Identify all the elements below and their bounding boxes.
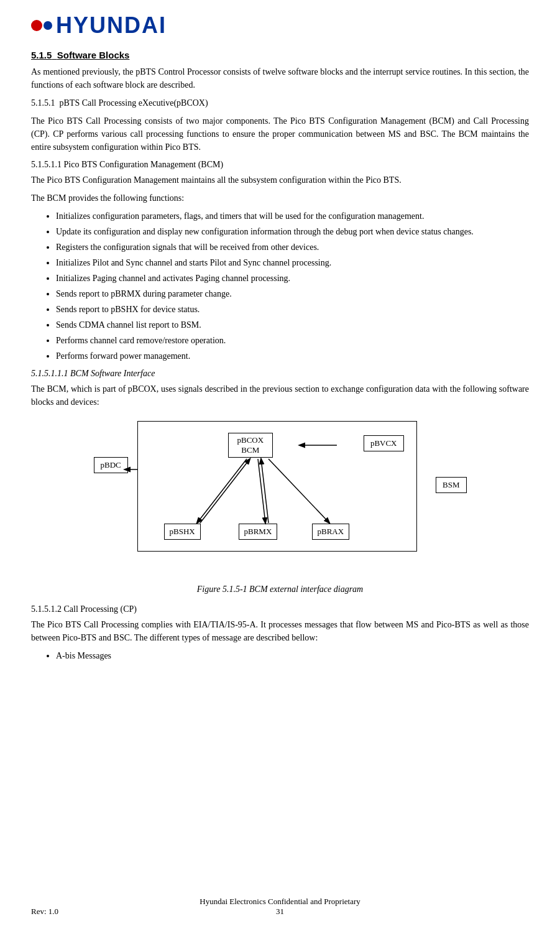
- logo-red-circle: [31, 20, 42, 31]
- logo-text: HYUNDAI: [56, 12, 167, 39]
- svg-line-2: [200, 459, 250, 523]
- pbdc-block: pBDC: [94, 457, 128, 473]
- bsm-block: BSM: [436, 477, 466, 493]
- diagram-arrows: [138, 422, 416, 551]
- diagram-wrapper: pBDC BSM pBCOX BCM pBVCX pBSHX pBRMX: [94, 415, 467, 576]
- subsection-1-1-1-body: The BCM, which is part of pBCOX, uses si…: [31, 382, 529, 409]
- subsection-1-header: 5.1.5.1 pBTS Call Processing eXecutive(p…: [31, 96, 529, 109]
- list-item: Initializes Paging channel and activates…: [56, 272, 529, 285]
- logo-circles: [31, 20, 52, 31]
- list-item: Performs channel card remove/restore ope…: [56, 334, 529, 347]
- list-item: Initializes configuration parameters, fl…: [56, 210, 529, 223]
- subsection-1-2-body: The Pico BTS Call Processing complies wi…: [31, 618, 529, 644]
- list-item: Registers the configuration signals that…: [56, 241, 529, 254]
- footer: Hyundai Electronics Confidential and Pro…: [0, 897, 560, 917]
- subsection-1-1-body1: The Pico BTS Configuration Management ma…: [31, 173, 529, 187]
- subsection-1-1-header: 5.1.5.1.1 Pico BTS Configuration Managem…: [31, 160, 529, 170]
- svg-line-3: [258, 459, 265, 523]
- svg-line-5: [269, 459, 329, 523]
- list-item: Sends report to pBSHX for device status.: [56, 303, 529, 316]
- logo-blue-circle: [44, 21, 52, 30]
- section-intro: As mentioned previously, the pBTS Contro…: [31, 65, 529, 91]
- list-item: Sends report to pBRMX during parameter c…: [56, 287, 529, 300]
- diagram-main-box: pBCOX BCM pBVCX pBSHX pBRMX pBRAX: [137, 421, 417, 552]
- subsection-1-body: The Pico BTS Call Processing consists of…: [31, 114, 529, 154]
- abis-item: A-bis Messages: [56, 649, 529, 662]
- logo-area: HYUNDAI: [31, 12, 167, 39]
- list-item: Initializes Pilot and Sync channel and s…: [56, 256, 529, 269]
- figure-caption: Figure 5.1.5-1 BCM external interface di…: [31, 583, 529, 596]
- subsection-1-1-body2: The BCM provides the following functions…: [31, 192, 529, 205]
- section-title: 5.1.5 Software Blocks: [31, 50, 529, 60]
- subsection-1-1-1-header: 5.1.5.1.1.1 BCM Software Interface: [31, 369, 529, 379]
- abis-list: A-bis Messages: [56, 649, 529, 662]
- svg-line-1: [197, 459, 247, 523]
- header: HYUNDAI: [31, 12, 529, 39]
- subsection-1-2-header: 5.1.5.1.2 Call Processing (CP): [31, 604, 529, 614]
- footer-company: Hyundai Electronics Confidential and Pro…: [0, 897, 560, 907]
- bcm-functions-list: Initializes configuration parameters, fl…: [56, 210, 529, 363]
- page: HYUNDAI 5.1.5 Software Blocks As mention…: [0, 0, 560, 929]
- footer-page: 31: [0, 907, 560, 917]
- list-item: Update its configuration and display new…: [56, 225, 529, 238]
- list-item: Sends CDMA channel list report to BSM.: [56, 318, 529, 331]
- svg-line-4: [261, 459, 269, 523]
- list-item: Performs forward power management.: [56, 349, 529, 363]
